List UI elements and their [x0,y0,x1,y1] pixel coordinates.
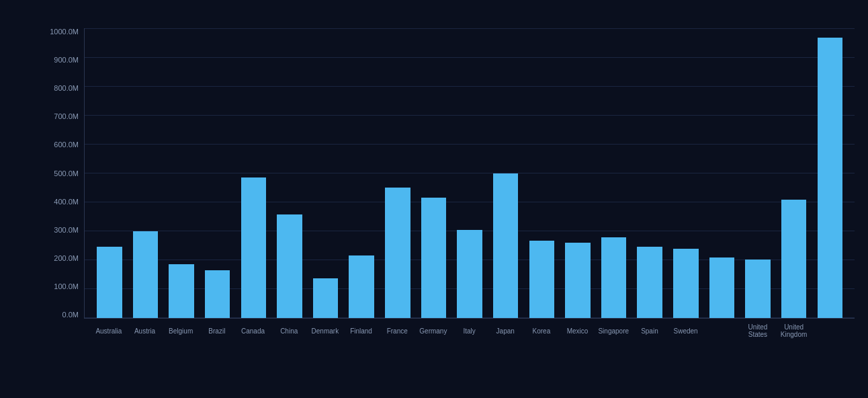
bar [709,257,735,319]
x-axis-label: China [271,319,307,339]
bar [349,255,374,318]
x-axis-label: Sweden [668,319,704,339]
y-axis-label: 100.0M [47,283,84,290]
x-axis-label: Korea [523,319,560,339]
bar [565,243,591,318]
x-axis-label: Denmark [307,319,343,339]
x-axis-label: France [379,319,415,339]
x-axis-label: Brazil [199,319,235,339]
x-axis-label: United Kingdom [776,319,812,339]
bar-group [451,28,488,318]
x-axis-label [703,319,740,339]
y-axis-label: 900.0M [47,56,84,64]
bar [601,237,627,318]
bar-group [163,28,200,318]
bar-group [740,28,776,318]
bar [818,38,843,318]
bar-group [776,28,812,318]
x-axis-label: Finland [343,319,380,339]
chart-area: 0.0M100.0M200.0M300.0M400.0M500.0M600.0M… [47,28,855,339]
bar-group [704,28,740,318]
y-axis-label: 0.0M [47,311,84,319]
bar-group [128,28,164,318]
bar-group [200,28,236,318]
bar [457,230,482,318]
x-axis-label: Mexico [560,319,596,339]
bars-wrapper [85,28,855,318]
x-axis-label: Belgium [163,319,199,339]
bar [637,247,662,318]
bar-group [812,28,849,318]
x-axis-label: Spain [632,319,668,339]
y-axis-label: 400.0M [47,198,84,206]
x-axis-label: Canada [235,319,271,339]
bar [241,177,267,318]
x-axis-label: Australia [91,319,127,339]
bar-group [236,28,272,318]
bar [385,188,410,318]
x-labels: AustraliaAustriaBelgiumBrazilCanadaChina… [84,319,855,339]
bar-group [488,28,524,318]
bar [493,173,519,318]
bar-group [632,28,668,318]
y-axis-label: 600.0M [47,141,84,149]
bar [313,278,339,318]
x-axis-label [812,319,848,339]
x-axis-label: Singapore [595,319,632,339]
bar [133,231,159,318]
x-axis-label: United States [740,319,776,339]
bar-group [416,28,452,318]
bar [97,247,122,318]
y-axis: 0.0M100.0M200.0M300.0M400.0M500.0M600.0M… [47,28,84,319]
x-axis-label: Germany [415,319,451,339]
bar-group [560,28,596,318]
bar-group [380,28,416,318]
y-axis-label: 1000.0M [47,28,84,36]
y-axis-label: 700.0M [47,113,84,120]
bar-group [524,28,560,318]
x-axis-label: Italy [451,319,488,339]
x-axis-label: Austria [127,319,163,339]
bar [673,249,699,318]
y-axis-label: 500.0M [47,170,84,177]
y-axis-label: 200.0M [47,255,84,262]
y-axis-label: 800.0M [47,85,84,92]
bar-group [668,28,704,318]
bar-group [271,28,308,318]
plot-area [84,28,855,319]
bar-group [308,28,344,318]
bar-group [343,28,380,318]
bar [421,198,447,318]
y-axis-label: 300.0M [47,227,84,234]
x-axis-label: Japan [487,319,523,339]
bar [781,200,807,318]
bar [169,264,194,318]
bar [745,260,771,318]
bar [277,214,302,318]
chart-container: 0.0M100.0M200.0M300.0M400.0M500.0M600.0M… [0,0,868,398]
bar [205,270,230,318]
bar-group [91,28,128,318]
bar-group [596,28,632,318]
bar [529,241,555,319]
